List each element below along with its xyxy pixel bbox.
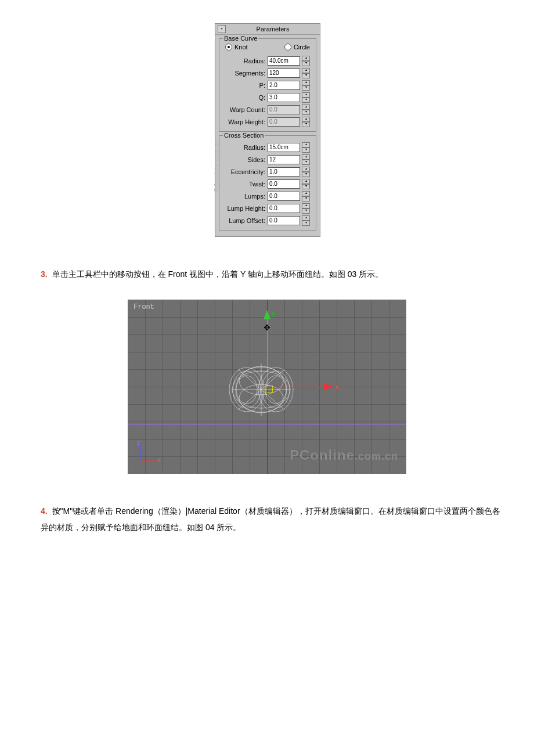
p-spinner[interactable]: ▴ ▾: [302, 80, 310, 91]
step-4-number: 4.: [41, 506, 48, 516]
cross-section-legend: Cross Section: [223, 132, 265, 139]
cross-section-group: Cross Section Radius: 15.0cm ▴ ▾ Sides: …: [219, 135, 316, 231]
base-curve-legend: Base Curve: [223, 35, 258, 42]
warp-height-label: Warp Height:: [222, 118, 268, 125]
warp-count-label: Warp Count:: [222, 106, 268, 113]
mini-x-label: x: [158, 456, 161, 463]
q-label: Q:: [222, 94, 268, 101]
spinner-down-icon[interactable]: ▾: [302, 172, 310, 177]
lump-height-input[interactable]: 0.0: [268, 204, 300, 213]
spinner-down-icon[interactable]: ▾: [302, 85, 310, 91]
spinner-up-icon[interactable]: ▴: [302, 203, 310, 208]
y-axis-label: y: [272, 310, 275, 317]
spinner-up-icon[interactable]: ▴: [302, 179, 310, 184]
spinner-down-icon[interactable]: ▾: [302, 147, 310, 153]
spinner-down-icon[interactable]: ▾: [302, 110, 310, 115]
radius-label: Radius:: [222, 57, 268, 64]
radius-input[interactable]: 40.0cm: [268, 56, 300, 66]
spinner-up-icon[interactable]: ▴: [302, 167, 310, 172]
warp-height-spinner[interactable]: ▴ ▾: [302, 117, 310, 127]
step-4-text: 按"M"键或者单击 Rendering（渲染）|Material Editor（…: [41, 506, 500, 532]
knot-radio-label: Knot: [234, 44, 248, 51]
front-viewport: Front y x ✥: [128, 300, 406, 474]
q-spinner[interactable]: ▴ ▾: [302, 92, 310, 103]
spinner-up-icon[interactable]: ▴: [302, 154, 310, 160]
viewport-label: Front: [134, 303, 154, 311]
parameters-panel: - Parameters Base Curve Knot Circle R: [215, 23, 320, 237]
warp-count-input[interactable]: 0.0: [268, 105, 300, 114]
spinner-up-icon[interactable]: ▴: [302, 80, 310, 85]
spinner-down-icon[interactable]: ▾: [302, 184, 310, 189]
watermark-domain: .com.cn: [355, 451, 398, 462]
segments-label: Segments:: [222, 70, 268, 77]
lump-height-label: Lump Height:: [222, 205, 268, 212]
sides-input[interactable]: 12: [268, 155, 300, 164]
spinner-down-icon[interactable]: ▾: [302, 98, 310, 103]
spinner-up-icon[interactable]: ▴: [302, 56, 310, 61]
lump-offset-spinner[interactable]: ▴ ▾: [302, 215, 310, 226]
base-curve-group: Base Curve Knot Circle Radius: 40.0cm: [219, 38, 316, 132]
lump-height-spinner[interactable]: ▴ ▾: [302, 203, 310, 214]
spinner-up-icon[interactable]: ▴: [302, 117, 310, 122]
circle-radio[interactable]: Circle: [284, 44, 310, 51]
x-axis-label: x: [335, 383, 339, 390]
spinner-down-icon[interactable]: ▾: [302, 221, 310, 226]
p-label: P:: [222, 82, 268, 89]
step-3-number: 3.: [41, 269, 48, 279]
radius-spinner[interactable]: ▴ ▾: [302, 56, 310, 66]
collapse-button[interactable]: -: [218, 25, 226, 33]
spinner-down-icon[interactable]: ▾: [302, 73, 310, 78]
spinner-down-icon[interactable]: ▾: [302, 122, 310, 127]
eccentricity-input[interactable]: 1.0: [268, 167, 300, 177]
warp-height-input[interactable]: 0.0: [268, 117, 300, 127]
twist-spinner[interactable]: ▴ ▾: [302, 179, 310, 189]
sides-label: Sides:: [222, 156, 268, 163]
p-input[interactable]: 2.0: [268, 81, 300, 90]
panel-title: Parameters: [228, 26, 317, 33]
knot-radio[interactable]: Knot: [225, 44, 248, 51]
radio-icon: [284, 44, 291, 51]
step-3: 3. 单击主工具栏中的移动按钮，在 Front 视图中，沿着 Y 轴向上移动环面…: [41, 266, 505, 282]
x-axis-arrow-icon: [324, 383, 333, 390]
spinner-down-icon[interactable]: ▾: [302, 61, 310, 66]
torus-knot-object[interactable]: [221, 358, 302, 422]
mini-z-label: z: [137, 439, 140, 446]
twist-label: Twist:: [222, 181, 268, 188]
twist-input[interactable]: 0.0: [268, 179, 300, 189]
step-4: 4. 按"M"键或者单击 Rendering（渲染）|Material Edit…: [41, 503, 505, 535]
cs-radius-spinner[interactable]: ▴ ▾: [302, 142, 310, 153]
spinner-down-icon[interactable]: ▾: [302, 196, 310, 201]
panel-header: - Parameters: [215, 24, 320, 35]
panel-watermark: PConline.com.cn: [214, 139, 220, 192]
cs-radius-input[interactable]: 15.0cm: [268, 143, 300, 152]
segments-spinner[interactable]: ▴ ▾: [302, 68, 310, 78]
move-cursor-icon: ✥: [264, 323, 270, 332]
step-3-text: 单击主工具栏中的移动按钮，在 Front 视图中，沿着 Y 轴向上移动环面纽结。…: [52, 269, 384, 279]
radio-icon: [225, 44, 232, 51]
lumps-label: Lumps:: [222, 193, 268, 200]
eccentricity-spinner[interactable]: ▴ ▾: [302, 167, 310, 177]
x-axis-mini-icon: [140, 460, 157, 460]
eccentricity-label: Eccentricity:: [222, 168, 268, 175]
spinner-down-icon[interactable]: ▾: [302, 160, 310, 165]
y-axis-arrow-icon: [264, 310, 270, 319]
warp-count-spinner[interactable]: ▴ ▾: [302, 105, 310, 115]
segments-input[interactable]: 120: [268, 69, 300, 78]
cs-radius-label: Radius:: [222, 144, 268, 151]
lumps-input[interactable]: 0.0: [268, 192, 300, 201]
spinner-up-icon[interactable]: ▴: [302, 68, 310, 73]
spinner-down-icon[interactable]: ▾: [302, 208, 310, 214]
spinner-up-icon[interactable]: ▴: [302, 92, 310, 98]
lump-offset-input[interactable]: 0.0: [268, 216, 300, 225]
viewport-watermark: PConline.com.cn: [290, 447, 398, 463]
spinner-up-icon[interactable]: ▴: [302, 105, 310, 110]
sides-spinner[interactable]: ▴ ▾: [302, 154, 310, 165]
circle-radio-label: Circle: [294, 44, 310, 51]
z-axis-icon: [140, 444, 141, 460]
lump-offset-label: Lump Offset:: [222, 217, 268, 224]
spinner-up-icon[interactable]: ▴: [302, 142, 310, 147]
q-input[interactable]: 3.0: [268, 93, 300, 102]
spinner-up-icon[interactable]: ▴: [302, 215, 310, 221]
lumps-spinner[interactable]: ▴ ▾: [302, 191, 310, 201]
spinner-up-icon[interactable]: ▴: [302, 191, 310, 196]
